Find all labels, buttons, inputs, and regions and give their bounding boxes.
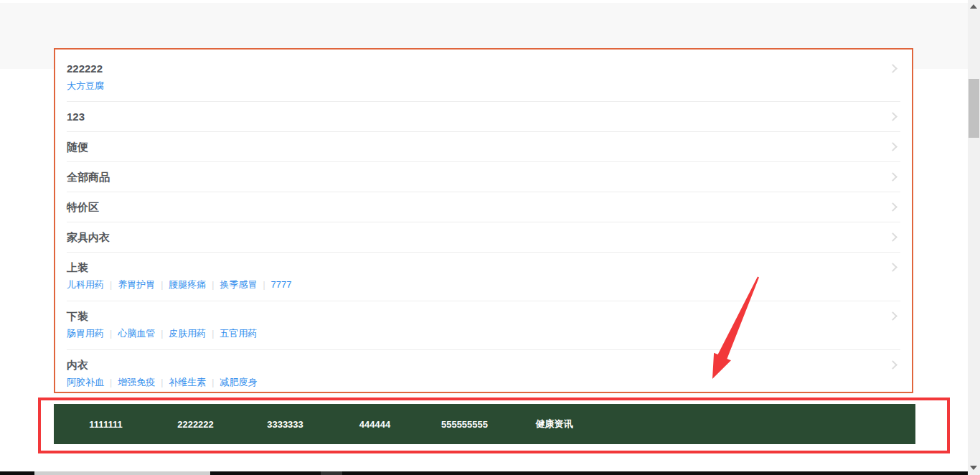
- category-title[interactable]: 内衣: [67, 358, 900, 372]
- category-sublink[interactable]: 腰腿疼痛: [169, 279, 206, 290]
- category-row: 随便: [67, 132, 900, 162]
- category-row: 222222大方豆腐: [67, 54, 900, 102]
- footer-nav-item[interactable]: 健康资讯: [509, 418, 599, 431]
- scrollbar-up-icon[interactable]: [970, 4, 977, 9]
- category-panel: 222222大方豆腐123随便全部商品特价区家具内衣上装儿科用药|养胃护胃|腰腿…: [54, 48, 913, 393]
- category-sublinks: 阿胶补血|增强免疫|补维生素|减肥廋身: [67, 375, 900, 390]
- category-title[interactable]: 123: [67, 110, 900, 123]
- sublink-separator: |: [161, 280, 163, 290]
- sublink-separator: |: [110, 377, 112, 387]
- footer-nav-item[interactable]: 1111111: [61, 419, 151, 430]
- footer-nav-item[interactable]: 555555555: [420, 419, 509, 430]
- category-sublink[interactable]: 皮肤用药: [169, 328, 206, 339]
- category-sublinks: 儿科用药|养胃护胃|腰腿疼痛|换季感冒|7777: [67, 278, 900, 292]
- sublink-separator: |: [212, 280, 214, 290]
- category-sublink[interactable]: 补维生素: [169, 377, 206, 387]
- scrollbar-thumb[interactable]: [969, 79, 979, 138]
- category-row: 特价区: [67, 192, 900, 222]
- category-sublink[interactable]: 减肥廋身: [220, 377, 257, 387]
- vertical-scrollbar[interactable]: [968, 0, 980, 475]
- category-row: 下装肠胃用药|心脑血管|皮肤用药|五官用药: [67, 301, 900, 350]
- category-title[interactable]: 全部商品: [67, 170, 900, 184]
- category-row: 内衣阿胶补血|增强免疫|补维生素|减肥廋身: [67, 350, 900, 398]
- taskbar-segment: [34, 471, 210, 475]
- footer-nav-item[interactable]: 444444: [330, 419, 420, 430]
- sublink-separator: |: [212, 377, 214, 387]
- sublink-separator: |: [161, 377, 163, 387]
- category-title[interactable]: 家具内衣: [67, 230, 900, 244]
- category-sublink[interactable]: 增强免疫: [118, 377, 155, 387]
- category-sublink[interactable]: 养胃护胃: [118, 279, 155, 290]
- scrollbar-down-icon[interactable]: [970, 466, 977, 470]
- category-row: 家具内衣: [67, 222, 900, 253]
- footer-nav-item[interactable]: 3333333: [240, 419, 330, 430]
- category-title[interactable]: 下装: [67, 309, 900, 323]
- taskbar-segment: [321, 471, 342, 475]
- category-title[interactable]: 特价区: [67, 200, 900, 214]
- sublink-separator: |: [263, 280, 265, 290]
- category-sublink[interactable]: 肠胃用药: [67, 328, 104, 339]
- category-sublink[interactable]: 儿科用药: [67, 279, 104, 290]
- footer-nav-item[interactable]: 2222222: [151, 419, 240, 430]
- taskbar-strip: [0, 471, 968, 475]
- category-row: 全部商品: [67, 162, 900, 192]
- sublink-separator: |: [110, 280, 112, 290]
- category-title[interactable]: 随便: [67, 140, 900, 154]
- category-sublink[interactable]: 换季感冒: [220, 279, 257, 290]
- sublink-separator: |: [161, 329, 163, 339]
- category-sublink[interactable]: 五官用药: [220, 328, 257, 339]
- category-row: 123: [67, 102, 900, 132]
- category-sublink[interactable]: 心脑血管: [118, 328, 155, 339]
- category-title[interactable]: 上装: [67, 260, 900, 274]
- category-sublink[interactable]: 阿胶补血: [67, 377, 104, 387]
- category-sublinks: 肠胃用药|心脑血管|皮肤用药|五官用药: [67, 326, 900, 341]
- category-sublink[interactable]: 大方豆腐: [67, 80, 104, 91]
- sublink-separator: |: [212, 329, 214, 339]
- category-row: 上装儿科用药|养胃护胃|腰腿疼痛|换季感冒|7777: [67, 253, 900, 301]
- footer-nav: 111111122222223333333444444555555555健康资讯: [54, 404, 915, 444]
- category-sublink[interactable]: 7777: [271, 279, 292, 290]
- sublink-separator: |: [110, 329, 112, 339]
- category-title[interactable]: 222222: [67, 62, 900, 75]
- category-sublinks: 大方豆腐: [67, 79, 900, 93]
